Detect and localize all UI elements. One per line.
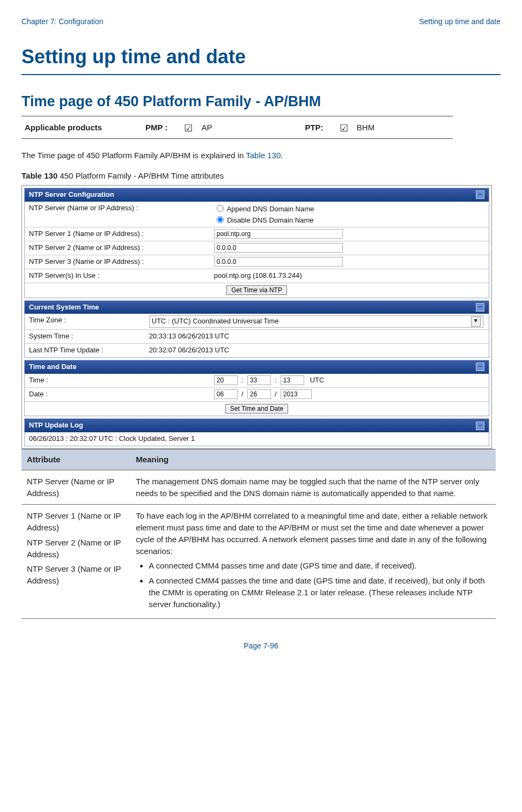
attr-ntp-server2: NTP Server 2 (Name or IP Address) <box>27 537 125 560</box>
pmp-value: AP <box>202 123 212 132</box>
meaning-ntp-servers-intro: To have each log in the AP/BHM correlate… <box>136 510 490 557</box>
last-ntp-update-value: 20:32:07 06/26/2013 UTC <box>145 344 489 357</box>
ntp-inuse-value: pool.ntp.org (108.61.73.244) <box>210 269 489 283</box>
applicable-products-label: Applicable products <box>25 123 102 132</box>
time-ss-input[interactable] <box>281 375 304 385</box>
append-dns-option[interactable]: Append DNS Domain Name <box>214 205 314 213</box>
chapter-label: Chapter 7: Configuration <box>21 16 104 27</box>
ptp-value: BHM <box>357 123 374 132</box>
timezone-label: Time Zone : <box>25 314 145 329</box>
config-screenshot: NTP Server Configuration − NTP Server (N… <box>21 185 492 449</box>
last-ntp-update-label: Last NTP Time Update : <box>25 344 145 357</box>
intro-paragraph: The Time page of 450 Platform Family AP/… <box>21 150 501 161</box>
ntp-inuse-label: NTP Server(s) In Use : <box>25 269 210 283</box>
time-mm-input[interactable] <box>247 375 271 385</box>
system-time-value: 20:33:13 06/26/2013 UTC <box>145 330 489 343</box>
ntp-server1-label: NTP Server 1 (Name or IP Address) : <box>25 227 210 241</box>
current-system-time-panel: Current System Time − Time Zone : UTC : … <box>24 300 489 358</box>
append-dns-radio[interactable] <box>217 205 224 212</box>
set-time-date-button[interactable]: Set Time and Date <box>225 404 288 414</box>
ntp-config-title: NTP Server Configuration <box>29 190 114 200</box>
title-divider <box>21 74 501 75</box>
system-time-label: System Time : <box>25 330 145 343</box>
ntp-server2-label: NTP Server 2 (Name or IP Address) : <box>25 241 210 255</box>
table-row: NTP Server (Name or IP Address) The mana… <box>21 470 496 505</box>
pmp-label: PMP : <box>145 123 167 132</box>
current-system-time-title: Current System Time <box>29 302 99 313</box>
ntp-config-panel: NTP Server Configuration − NTP Server (N… <box>24 188 489 298</box>
time-and-date-panel: Time and Date − Time : : : UTC Date : / … <box>24 360 489 416</box>
minimize-icon[interactable]: − <box>476 303 484 312</box>
ntp-update-log-line: 06/26/2013 : 20:32:07 UTC : Clock Update… <box>25 432 489 446</box>
ptp-label: PTP: <box>305 123 323 132</box>
time-tz-suffix: UTC <box>310 376 325 384</box>
date-dd-input[interactable] <box>247 389 271 399</box>
timezone-select[interactable]: UTC : (UTC) Coordinated Universal Time ▼ <box>149 315 483 328</box>
ntp-server1-input[interactable] <box>214 229 343 239</box>
table-row: NTP Server 1 (Name or IP Address) NTP Se… <box>21 505 496 619</box>
ntp-server2-input[interactable] <box>214 243 343 253</box>
time-and-date-title: Time and Date <box>29 362 77 372</box>
date-mm-input[interactable] <box>214 389 238 399</box>
disable-dns-radio[interactable] <box>217 216 224 223</box>
meaning-bullet-1: A connected CMM4 passes time and date (G… <box>149 560 490 572</box>
meaning-bullet-2: A connected CMM4 passes the time and dat… <box>149 575 490 610</box>
disable-dns-option[interactable]: Disable DNS Domain Name <box>214 216 314 224</box>
date-yyyy-input[interactable] <box>281 389 312 399</box>
ntp-server-dns-label: NTP Server (Name or IP Address) : <box>25 202 210 227</box>
attribute-header: Attribute <box>21 449 130 470</box>
minimize-icon[interactable]: − <box>476 363 484 371</box>
attr-ntp-server1: NTP Server 1 (Name or IP Address) <box>27 510 125 534</box>
minimize-icon[interactable]: − <box>476 422 484 430</box>
ntp-update-log-title: NTP Update Log <box>29 420 83 431</box>
minimize-icon[interactable]: − <box>476 190 484 199</box>
ntp-server3-input[interactable] <box>214 257 343 267</box>
table-reference-link[interactable]: Table 130 <box>246 151 281 160</box>
ptp-check-icon: ☑ <box>340 123 348 133</box>
meaning-header: Meaning <box>130 449 496 470</box>
date-label: Date : <box>25 388 210 401</box>
ntp-update-log-panel: NTP Update Log − 06/26/2013 : 20:32:07 U… <box>24 418 489 446</box>
header-section-label: Setting up time and date <box>419 16 501 27</box>
attr-ntp-server: NTP Server (Name or IP Address) <box>21 470 130 505</box>
applicable-products-table: Applicable products PMP : ☑ AP PTP: ☑ BH… <box>21 116 453 139</box>
page-title: Setting up time and date <box>21 43 501 71</box>
attr-ntp-server3: NTP Server 3 (Name or IP Address) <box>27 563 125 587</box>
pmp-check-icon: ☑ <box>184 123 193 133</box>
chevron-down-icon[interactable]: ▼ <box>471 316 481 327</box>
meaning-ntp-server: The management DNS domain name may be to… <box>130 470 496 505</box>
time-hh-input[interactable] <box>214 375 238 385</box>
page-number: Page 7-96 <box>21 640 501 651</box>
attribute-table: Attribute Meaning NTP Server (Name or IP… <box>21 449 496 619</box>
table-caption: Table 130 450 Platform Family - AP/BHM T… <box>21 170 501 182</box>
time-label: Time : <box>25 374 210 387</box>
section-title: Time page of 450 Platform Family - AP/BH… <box>21 91 501 112</box>
get-time-ntp-button[interactable]: Get Time via NTP <box>226 285 287 295</box>
ntp-server3-label: NTP Server 3 (Name or IP Address) : <box>25 255 210 269</box>
